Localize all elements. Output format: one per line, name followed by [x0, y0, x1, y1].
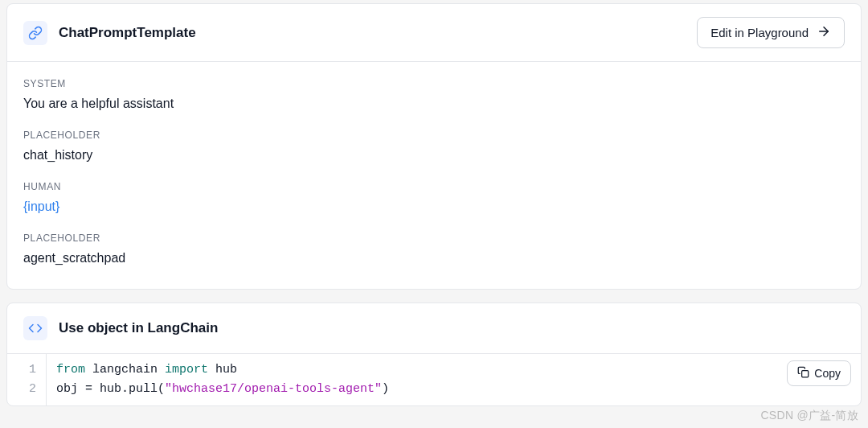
card-header: ChatPromptTemplate Edit in Playground	[7, 4, 861, 62]
message-content: chat_history	[23, 146, 845, 165]
code-usage-card: Use object in LangChain 1 2 from langcha…	[6, 302, 862, 406]
message-label: SYSTEM	[23, 78, 845, 89]
copy-button[interactable]: Copy	[787, 360, 851, 386]
arrow-right-icon	[817, 24, 831, 41]
watermark: CSDN @广益-简放	[760, 409, 858, 423]
message-label: PLACEHOLDER	[23, 233, 845, 244]
code-gutter: 1 2	[7, 354, 46, 405]
message-label: HUMAN	[23, 181, 845, 192]
code-card-title: Use object in LangChain	[59, 320, 218, 336]
svg-rect-1	[802, 371, 809, 377]
prompt-template-card: ChatPromptTemplate Edit in Playground SY…	[6, 3, 862, 290]
code-area: 1 2 from langchain import hub obj = hub.…	[7, 353, 861, 405]
edit-button-label: Edit in Playground	[710, 26, 809, 39]
code-lines[interactable]: from langchain import hub obj = hub.pull…	[46, 354, 861, 405]
card-header-left: Use object in LangChain	[23, 316, 218, 340]
line-number: 2	[7, 380, 46, 399]
message-block-placeholder: PLACEHOLDER agent_scratchpad	[23, 233, 845, 268]
card-title: ChatPromptTemplate	[59, 25, 196, 41]
message-content: {input}	[23, 197, 845, 216]
message-block-human: HUMAN {input}	[23, 181, 845, 216]
link-icon	[23, 21, 47, 45]
code-line: obj = hub.pull("hwchase17/openai-tools-a…	[47, 380, 861, 399]
edit-in-playground-button[interactable]: Edit in Playground	[697, 17, 845, 48]
code-line: from langchain import hub	[47, 360, 861, 380]
message-content: You are a helpful assistant	[23, 94, 845, 113]
messages-body: SYSTEM You are a helpful assistant PLACE…	[7, 62, 861, 289]
message-block-placeholder: PLACEHOLDER chat_history	[23, 130, 845, 165]
message-label: PLACEHOLDER	[23, 130, 845, 141]
copy-icon	[797, 366, 809, 381]
code-card-header: Use object in LangChain	[7, 303, 861, 353]
code-icon	[23, 316, 47, 340]
message-content: agent_scratchpad	[23, 249, 845, 268]
message-block-system: SYSTEM You are a helpful assistant	[23, 78, 845, 113]
line-number: 1	[7, 360, 46, 380]
copy-label: Copy	[814, 367, 841, 380]
card-header-left: ChatPromptTemplate	[23, 21, 196, 45]
